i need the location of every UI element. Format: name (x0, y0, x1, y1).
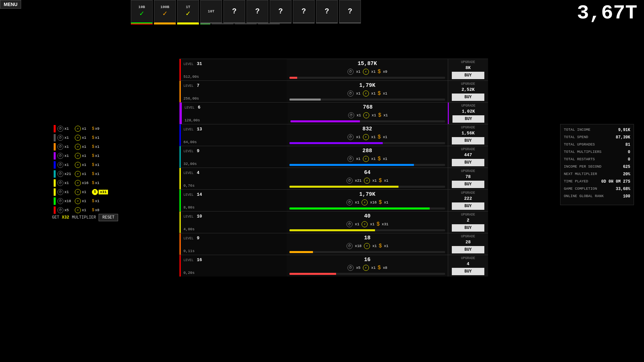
buy-button-2[interactable]: BUY (452, 115, 484, 123)
game-row-4-mid[interactable]: 288 ⏱x1 ⚡x1 $x1 (287, 146, 448, 168)
clock-icon-1: ⏱ (57, 135, 63, 141)
reset-button[interactable]: RESET (99, 214, 118, 221)
game-row-2-mid[interactable]: 768 ⏱x1 ⚡x1 $x1 (288, 103, 448, 124)
milestones-bar: 10B ✓ 100B ✓ 1T ✓ 10T ? ? ? ? ? ? (131, 0, 361, 23)
milestone-1t[interactable]: 1T ✓ (177, 0, 199, 23)
game-row-6-mid[interactable]: 1,79K ⏱x1 ⚡x16 $x1 (287, 190, 448, 211)
coin-icon-5: $ (92, 172, 94, 176)
stat-next-multiplier: NEXT MULTIPLIER 20% (564, 172, 630, 177)
milestone-q2[interactable]: ? (247, 0, 268, 23)
get-label: GET (52, 215, 59, 220)
game-row-0-right: UPGRADE 8K BUY (448, 59, 488, 80)
bolt-icon: ⚡ (362, 221, 368, 227)
bolt-icon-5: ⚡ (75, 171, 81, 177)
clock-icon-7: ⏱ (57, 189, 63, 195)
coin-icon-4: $ (92, 163, 94, 167)
buy-button-6[interactable]: BUY (452, 202, 484, 210)
progress-bar-9 (289, 273, 445, 275)
bolt-icon: ⚡ (362, 199, 368, 205)
color-bar-9 (54, 206, 56, 214)
game-row-8: LEVEL 9 0,11s 18 ⏱x18 ⚡x1 $x1 UPGRADE 28… (179, 233, 488, 255)
game-row-8-left: LEVEL 9 0,11s (179, 233, 287, 255)
buy-button-1[interactable]: BUY (452, 94, 484, 101)
game-row-7-left: LEVEL 10 4,00s (179, 212, 287, 233)
milestone-q6[interactable]: ? (339, 0, 361, 23)
bolt-icon-6: ⚡ (75, 180, 81, 186)
coin-icon: $ (378, 112, 381, 118)
game-row-5-mid[interactable]: 64 ⏱x21 ⚡x1 $x1 (287, 168, 448, 189)
coin-icon-1: $ (92, 135, 94, 140)
stat-total-income: TOTAL INCOME 9,91K (564, 128, 630, 132)
game-row-9-right: UPGRADE 4 BUY (448, 255, 488, 277)
milestone-100b[interactable]: 100B ✓ (154, 0, 176, 23)
game-row-6-left: LEVEL 14 8,00s (179, 190, 287, 211)
progress-bar-7 (289, 229, 445, 231)
game-row-4: LEVEL 9 32,00s 288 ⏱x1 ⚡x1 $x1 UPGRADE 4… (179, 146, 488, 168)
left-row-2: ⏱ x1 ⚡ x1 $ x1 (54, 142, 108, 151)
buy-button-3[interactable]: BUY (452, 137, 484, 144)
clock-icon-5: ⏱ (57, 171, 63, 177)
clock-icon-4: ⏱ (57, 162, 63, 168)
coin-icon: $ (379, 178, 382, 184)
bolt-icon-0: ⚡ (75, 126, 81, 132)
currency-display: 3,67T (577, 2, 637, 24)
game-row-4-right: UPGRADE 447 BUY (448, 146, 488, 168)
buy-button-9[interactable]: BUY (452, 268, 484, 275)
buy-button-4[interactable]: BUY (452, 159, 484, 166)
left-row-1: ⏱ x1 ⚡ x1 $ x1 (54, 133, 108, 142)
left-row-0: ⏱ x1 ⚡ x1 $ x9 (54, 124, 108, 133)
game-row-7-right: UPGRADE 2 BUY (448, 212, 488, 233)
left-row-8: ⏱ x18 ⚡ x1 $ x1 (54, 196, 108, 205)
progress-bar-0 (289, 77, 445, 79)
clock-icon: ⏱ (346, 243, 353, 249)
game-row-8-mid[interactable]: 18 ⏱x18 ⚡x1 $x1 (287, 233, 448, 255)
progress-bar-8 (289, 251, 445, 253)
bolt-icon: ⚡ (363, 156, 369, 162)
milestone-q3[interactable]: ? (270, 0, 291, 23)
buy-button-8[interactable]: BUY (452, 246, 484, 253)
left-row-9: ⏱ x5 ⚡ x1 $ x8 (54, 205, 108, 215)
menu-button[interactable]: MENU (0, 0, 21, 9)
color-bar-8 (54, 197, 56, 205)
buy-button-5[interactable]: BUY (452, 181, 484, 188)
game-row-0-mid[interactable]: 15,87K ⏱x1 ⚡x1 $x9 (287, 59, 448, 80)
progress-bar-2 (290, 120, 445, 122)
milestone-q1[interactable]: ? (223, 0, 245, 23)
game-row-0-left: LEVEL 31 512,00s (179, 59, 287, 80)
left-row-6: ⏱ x1 ⚡ x16 $ x1 (54, 178, 108, 187)
milestone-10b[interactable]: 10B ✓ (131, 0, 153, 23)
game-row-7-mid[interactable]: 40 ⏱x1 ⚡x1 $x31 (287, 212, 448, 233)
color-bar-5 (54, 170, 56, 178)
milestone-q5[interactable]: ? (316, 0, 338, 23)
coin-icon: $ (379, 243, 382, 249)
clock-icon: ⏱ (347, 134, 354, 140)
left-row-5: ⏱ x21 ⚡ x1 $ x1 (54, 169, 108, 178)
game-row-1-left: LEVEL 7 256,00s (179, 81, 287, 102)
bolt-icon: ⚡ (363, 112, 369, 118)
game-row-3-mid[interactable]: 832 ⏱x1 ⚡x1 $x1 (287, 124, 448, 146)
milestone-10t[interactable]: 10T (200, 0, 222, 23)
color-bar-0 (54, 125, 56, 132)
game-row-1-mid[interactable]: 1,79K ⏱x1 ⚡x1 $x1 (287, 81, 448, 102)
coin-icon-7: $ (92, 189, 98, 195)
bolt-icon-1: ⚡ (75, 135, 81, 141)
game-row-6-right: UPGRADE 222 BUY (448, 190, 488, 211)
stat-total-upgrades: TOTAL UPGRADES 81 (564, 142, 630, 147)
progress-bar-5 (289, 186, 445, 188)
game-row-9-mid[interactable]: 16 ⏱x5 ⚡x1 $x8 (287, 255, 448, 277)
bolt-icon: ⚡ (363, 265, 369, 271)
buy-button-0[interactable]: BUY (452, 72, 484, 79)
clock-icon: ⏱ (347, 90, 354, 97)
coin-icon: $ (379, 199, 382, 205)
clock-icon-2: ⏱ (57, 144, 63, 150)
multiplier-value: X32 (62, 215, 69, 220)
coin-icon: $ (378, 265, 381, 271)
bolt-icon-8: ⚡ (75, 198, 81, 204)
bolt-icon: ⚡ (364, 243, 370, 249)
milestone-q4[interactable]: ? (293, 0, 315, 23)
color-bar-6 (54, 179, 56, 187)
clock-icon-6: ⏱ (57, 180, 63, 186)
game-row-8-right: UPGRADE 28 BUY (448, 233, 488, 255)
buy-button-7[interactable]: BUY (452, 224, 484, 232)
stat-income-per-second: INCOME PER SECOND 625 (564, 165, 630, 169)
